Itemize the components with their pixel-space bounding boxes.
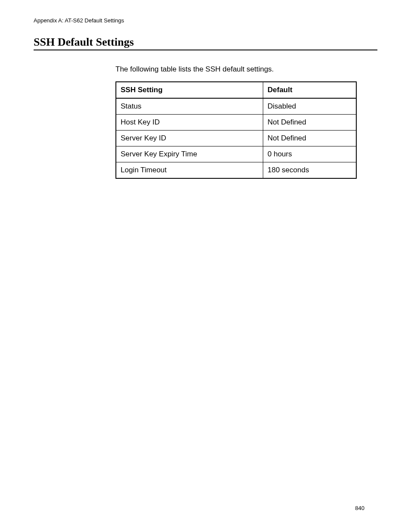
table-row: Server Key Expiry Time 0 hours (116, 146, 356, 162)
cell-default: Disabled (263, 98, 357, 115)
page-number: 840 (355, 505, 364, 511)
cell-default: 0 hours (263, 146, 357, 162)
cell-default: Not Defined (263, 115, 357, 131)
cell-setting: Status (116, 98, 263, 115)
ssh-settings-table: SSH Setting Default Status Disabled Host… (115, 81, 357, 179)
cell-setting: Host Key ID (116, 115, 263, 131)
cell-setting: Server Key Expiry Time (116, 146, 263, 162)
table-header-setting: SSH Setting (116, 82, 263, 98)
table-row: Login Timeout 180 seconds (116, 162, 356, 179)
table-row: Status Disabled (116, 98, 356, 115)
cell-setting: Server Key ID (116, 131, 263, 146)
table-row: Host Key ID Not Defined (116, 115, 356, 131)
cell-setting: Login Timeout (116, 162, 263, 179)
table-header-default: Default (263, 82, 357, 98)
running-header: Appendix A: AT-S62 Default Settings (34, 17, 377, 24)
table-header-row: SSH Setting Default (116, 82, 356, 98)
table-row: Server Key ID Not Defined (116, 131, 356, 146)
page: Appendix A: AT-S62 Default Settings SSH … (0, 0, 411, 532)
intro-paragraph: The following table lists the SSH defaul… (115, 65, 377, 74)
cell-default: Not Defined (263, 131, 357, 146)
section-title: SSH Default Settings (34, 36, 377, 50)
cell-default: 180 seconds (263, 162, 357, 179)
